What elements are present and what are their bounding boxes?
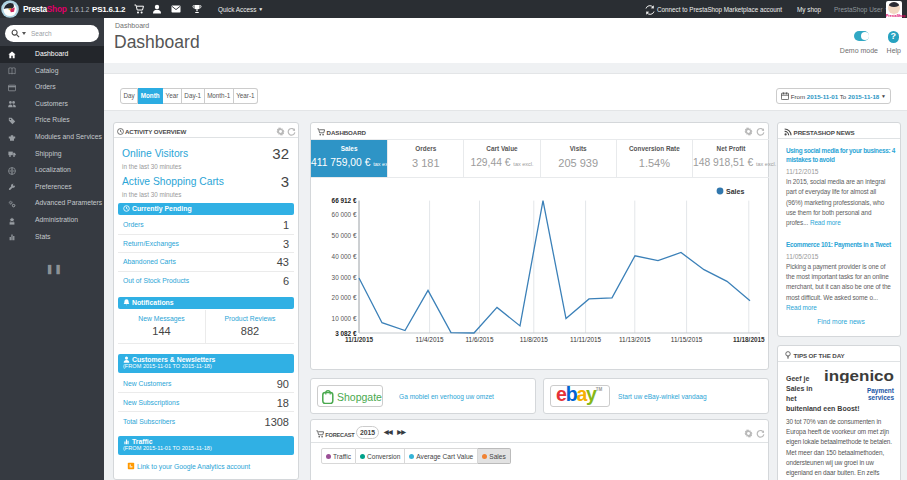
svg-text:10 000 €: 10 000 € — [332, 315, 357, 322]
svg-text:11/8/2015: 11/8/2015 — [520, 336, 548, 343]
svg-text:Sales: Sales — [726, 188, 744, 195]
svg-text:11/6/2015: 11/6/2015 — [466, 336, 494, 343]
svg-text:ingenico: ingenico — [824, 369, 894, 383]
svg-text:40 000 €: 40 000 € — [332, 253, 357, 260]
svg-text:11/15/2015: 11/15/2015 — [671, 336, 703, 343]
svg-text:11/4/2015: 11/4/2015 — [416, 336, 444, 343]
svg-text:50 000 €: 50 000 € — [332, 232, 357, 239]
svg-text:20 000 €: 20 000 € — [332, 294, 357, 301]
svg-text:66 912 €: 66 912 € — [332, 197, 357, 204]
svg-text:30 000 €: 30 000 € — [332, 274, 357, 281]
svg-text:11/13/2015: 11/13/2015 — [619, 336, 651, 343]
svg-text:11/11/2015: 11/11/2015 — [570, 336, 601, 343]
svg-text:11/1/2015: 11/1/2015 — [345, 336, 374, 343]
svg-text:11/18/2015: 11/18/2015 — [733, 336, 765, 343]
svg-text:60 000 €: 60 000 € — [332, 211, 357, 218]
